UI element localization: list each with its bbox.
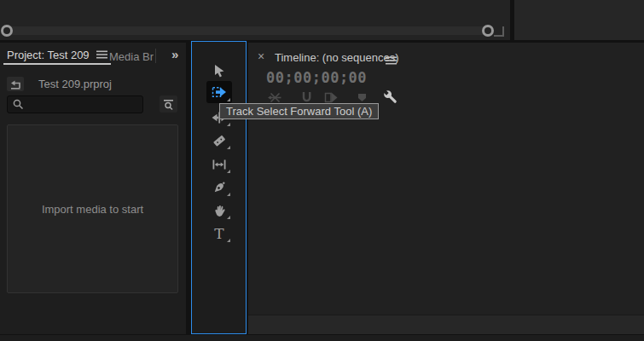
timeline-bottom-strip: [248, 315, 644, 334]
hamburger-icon: [386, 56, 397, 65]
timecode-display[interactable]: 00;00;00;00: [266, 69, 367, 86]
razor-tool-icon: [212, 133, 227, 148]
scrollbar-knob-left[interactable]: [1, 25, 13, 37]
panel-overflow-chevron[interactable]: »: [171, 47, 177, 61]
tooltip-track-select-forward: Track Select Forward Tool (A): [219, 103, 379, 119]
flyout-indicator: [227, 170, 230, 173]
slip-tool-icon: [212, 157, 227, 172]
drop-zone-label: Import media to start: [42, 203, 143, 216]
search-icon: [13, 99, 24, 110]
tool-slip[interactable]: [206, 154, 232, 175]
selection-tool-icon: [212, 64, 227, 78]
search-bin-icon: [162, 98, 175, 111]
wrench-icon: [382, 89, 399, 106]
tool-track-select-forward[interactable]: [206, 81, 232, 103]
hamburger-icon: [96, 50, 107, 59]
timeline-display-settings-button[interactable]: [382, 89, 399, 106]
breadcrumb: Test 209.prproj: [38, 78, 112, 90]
flyout-indicator: [227, 193, 230, 196]
flyout-indicator: [227, 98, 230, 101]
tab-media-browser[interactable]: Media Bro: [109, 50, 154, 63]
flyout-indicator: [227, 216, 230, 219]
premiere-pro-window: Project: Test 209 Media Bro » Test: [0, 0, 644, 341]
scrollbar-knob-right[interactable]: [482, 25, 494, 37]
timeline-panel: × Timeline: (no sequences) 00;00;00;00: [248, 43, 644, 334]
close-panel-icon[interactable]: ×: [258, 50, 264, 62]
project-tab-row: Project: Test 209 Media Bro »: [0, 43, 186, 68]
flyout-indicator: [227, 146, 230, 149]
top-panel-left: [0, 0, 510, 40]
top-panel-right: [514, 0, 644, 40]
timeline-title[interactable]: Timeline: (no sequences): [275, 51, 398, 64]
tool-selection[interactable]: [206, 61, 232, 81]
tool-hand[interactable]: [206, 200, 232, 221]
search-box: [7, 95, 143, 113]
project-panel-toolbar: [0, 305, 186, 334]
tool-razor[interactable]: [206, 130, 232, 151]
track-select-forward-icon: [212, 84, 227, 100]
panel-menu-icon[interactable]: [96, 50, 107, 59]
tool-type[interactable]: T: [206, 223, 232, 244]
timeline-panel-menu[interactable]: [386, 53, 397, 68]
tab-separator: [155, 49, 156, 63]
flyout-indicator: [227, 239, 230, 242]
project-panel: Project: Test 209 Media Bro » Test: [0, 43, 186, 334]
horizontal-scrollbar-track: [3, 26, 490, 35]
tab-project-label: Project: Test 209: [7, 49, 90, 61]
tab-project[interactable]: Project: Test 209: [3, 46, 111, 65]
resize-corner-handle[interactable]: [494, 26, 504, 37]
search-bin-button[interactable]: [160, 95, 177, 113]
type-tool-icon: T: [214, 227, 223, 241]
tools-panel: T: [191, 41, 247, 334]
hand-tool-icon: [212, 204, 227, 218]
import-media-drop-zone[interactable]: Import media to start: [7, 124, 178, 293]
tool-pen[interactable]: [206, 177, 232, 198]
search-input[interactable]: [28, 99, 131, 111]
flyout-indicator: [227, 123, 230, 126]
window-bottom-edge: [0, 335, 644, 341]
pen-tool-icon: [212, 180, 227, 195]
navigate-up-button[interactable]: [7, 77, 24, 91]
navigate-up-icon: [9, 78, 21, 90]
